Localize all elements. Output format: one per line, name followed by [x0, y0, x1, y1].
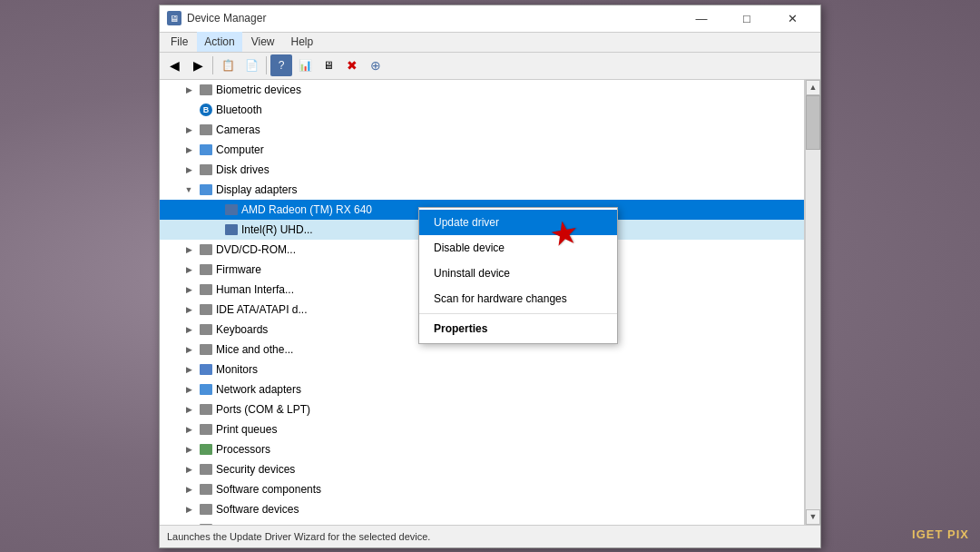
item-label: Intel(R) UHD...: [241, 223, 313, 236]
expand-icon: ▶: [181, 342, 196, 357]
list-item[interactable]: ▶ Processors: [160, 439, 804, 459]
title-controls: — □ ✕: [681, 5, 813, 32]
menu-view[interactable]: View: [244, 32, 282, 52]
ports-icon: [199, 402, 213, 417]
list-item[interactable]: ▼ Display adapters: [160, 180, 804, 200]
minimize-button[interactable]: —: [681, 5, 722, 32]
expand-icon: ▶: [181, 482, 196, 497]
forward-button[interactable]: ▶: [187, 54, 209, 76]
maximize-button[interactable]: □: [726, 5, 768, 32]
content-area: ▶ Biometric devices B Bluetooth ▶ Camera…: [160, 80, 820, 525]
list-item[interactable]: ▶ Sound, video and game controllers: [160, 519, 804, 525]
sw-components-icon: [199, 482, 213, 497]
toolbar-btn-7[interactable]: 🖥: [318, 54, 339, 76]
list-item[interactable]: ▶ Monitors: [160, 360, 804, 380]
scroll-down-arrow[interactable]: ▼: [806, 509, 820, 525]
expand-icon: ▶: [181, 262, 196, 277]
dvd-icon: [199, 242, 213, 257]
sw-devices-icon: [199, 502, 213, 517]
list-item[interactable]: ▶ Biometric devices: [160, 80, 804, 100]
context-menu-separator: [419, 313, 617, 314]
menu-file[interactable]: File: [163, 32, 195, 52]
device-manager-window: 🖥 Device Manager — □ ✕ File Action View …: [159, 5, 821, 548]
item-label: DVD/CD-ROM...: [216, 243, 296, 256]
item-label: Mice and othe...: [216, 343, 293, 356]
expand-icon: [181, 103, 196, 117]
list-item[interactable]: ▶ Software devices: [160, 499, 804, 519]
item-label: Human Interfa...: [216, 283, 294, 296]
expand-icon: ▶: [181, 163, 196, 177]
ctx-disable-device[interactable]: Disable device: [419, 235, 617, 261]
close-button[interactable]: ✕: [771, 5, 813, 32]
item-label: Processors: [216, 443, 270, 456]
expand-icon: ▶: [181, 242, 196, 257]
toolbar: ◀ ▶ 📋 📄 ? 📊 🖥 ✖ ⊕: [160, 53, 820, 80]
toolbar-separator-2: [266, 56, 267, 74]
list-item[interactable]: ▶ Security devices: [160, 459, 804, 479]
item-label: Ports (COM & LPT): [216, 403, 310, 416]
list-item[interactable]: ▶ Software components: [160, 479, 804, 499]
list-item[interactable]: ▶ Ports (COM & LPT): [160, 399, 804, 419]
window-title: Device Manager: [187, 12, 266, 25]
ctx-update-driver[interactable]: Update driver: [419, 210, 617, 235]
list-item[interactable]: ▶ Computer: [160, 140, 804, 160]
watermark: IGET PIX: [912, 527, 969, 541]
menu-action[interactable]: Action: [197, 32, 241, 52]
biometric-icon: [199, 83, 213, 97]
amd-gpu-icon: [224, 202, 239, 217]
expand-icon: ▶: [181, 282, 196, 297]
ctx-scan-changes[interactable]: Scan for hardware changes: [419, 286, 617, 311]
list-item[interactable]: B Bluetooth: [160, 100, 804, 120]
toolbar-btn-3[interactable]: 📋: [217, 54, 239, 76]
ctx-uninstall-device[interactable]: Uninstall device: [419, 261, 617, 286]
print-icon: [199, 422, 213, 437]
expand-icon: ▶: [181, 442, 196, 457]
toolbar-btn-4[interactable]: 📄: [240, 54, 262, 76]
expand-icon: ▶: [181, 302, 196, 317]
expand-icon: ▶: [181, 522, 196, 525]
toolbar-btn-delete[interactable]: ✖: [341, 54, 363, 76]
bluetooth-icon: B: [199, 103, 213, 117]
computer-icon: [199, 143, 213, 157]
item-label: Network adapters: [216, 383, 301, 396]
menu-bar: File Action View Help: [160, 33, 820, 53]
list-item[interactable]: ▶ Cameras: [160, 120, 804, 140]
item-label: Cameras: [216, 123, 260, 136]
firmware-icon: [199, 262, 213, 277]
item-label: Monitors: [216, 363, 258, 376]
list-item[interactable]: ▶ Print queues: [160, 419, 804, 439]
expand-icon: [207, 222, 221, 237]
expand-icon: [207, 202, 221, 217]
back-button[interactable]: ◀: [163, 54, 185, 76]
app-icon: 🖥: [167, 11, 181, 25]
expand-icon: ▶: [181, 362, 196, 377]
title-bar-left: 🖥 Device Manager: [167, 11, 266, 25]
ctx-properties[interactable]: Properties: [419, 316, 617, 341]
toolbar-btn-6[interactable]: 📊: [294, 54, 316, 76]
list-item[interactable]: ▶ Disk drives: [160, 160, 804, 180]
toolbar-btn-add[interactable]: ⊕: [365, 54, 387, 76]
cameras-icon: [199, 123, 213, 137]
expand-icon: ▶: [181, 402, 196, 417]
scroll-thumb[interactable]: [806, 95, 820, 150]
item-label: Firmware: [216, 263, 261, 276]
menu-help[interactable]: Help: [284, 32, 321, 52]
scrollbar[interactable]: ▲ ▼: [805, 80, 820, 525]
expand-icon: ▶: [181, 83, 196, 97]
scroll-up-arrow[interactable]: ▲: [806, 80, 820, 95]
item-label: Keyboards: [216, 323, 268, 336]
toolbar-separator-1: [212, 56, 213, 74]
expand-icon: ▶: [181, 123, 196, 137]
item-label: Security devices: [216, 463, 295, 476]
toolbar-btn-help[interactable]: ?: [270, 54, 292, 76]
scroll-track[interactable]: [806, 95, 820, 509]
item-label: Sound, video and game controllers: [216, 523, 384, 525]
item-label: Computer: [216, 143, 264, 156]
device-tree[interactable]: ▶ Biometric devices B Bluetooth ▶ Camera…: [160, 80, 805, 525]
list-item[interactable]: ▶ Network adapters: [160, 380, 804, 399]
intel-gpu-icon: [224, 222, 239, 237]
expand-icon: ▶: [181, 382, 196, 397]
item-label: Print queues: [216, 423, 277, 436]
monitor-icon: [199, 362, 213, 377]
display-icon: [199, 182, 213, 197]
